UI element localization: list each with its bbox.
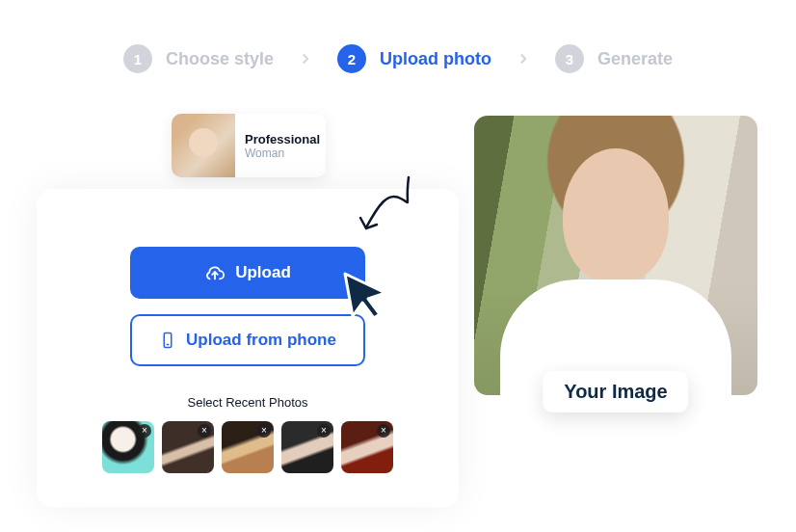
step-1-number: 1 [123, 44, 152, 73]
recent-photos-row: × × × × × [102, 421, 393, 473]
recent-photo-thumbnail[interactable]: × [222, 421, 274, 473]
chevron-right-icon [297, 50, 314, 67]
recent-photo-thumbnail[interactable]: × [102, 421, 154, 473]
step-1[interactable]: 1 Choose style [123, 44, 274, 73]
close-icon[interactable]: × [317, 424, 331, 438]
recent-photo-thumbnail[interactable]: × [341, 421, 393, 473]
recent-photo-thumbnail[interactable]: × [281, 421, 333, 473]
stepper: 1 Choose style 2 Upload photo 3 Generate [0, 0, 796, 73]
step-2-label: Upload photo [380, 49, 491, 69]
step-3[interactable]: 3 Generate [555, 44, 673, 73]
step-3-number: 3 [555, 44, 584, 73]
upload-from-phone-label: Upload from phone [186, 331, 336, 350]
upload-panel: Upload Upload from phone Select Recent P… [37, 189, 459, 507]
upload-button[interactable]: Upload [130, 247, 365, 299]
step-2[interactable]: 2 Upload photo [337, 44, 491, 73]
upload-button-label: Upload [235, 263, 291, 282]
close-icon[interactable]: × [198, 424, 211, 438]
close-icon[interactable]: × [377, 424, 390, 438]
style-text: Professional Woman [235, 132, 320, 160]
phone-icon [159, 332, 176, 349]
preview-image: Your Image [474, 116, 757, 395]
recent-photo-thumbnail[interactable]: × [162, 421, 214, 473]
cloud-upload-icon [204, 262, 226, 283]
preview-photo [474, 116, 757, 395]
step-2-number: 2 [337, 44, 366, 73]
close-icon[interactable]: × [257, 424, 271, 438]
preview-badge: Your Image [543, 371, 688, 412]
upload-from-phone-button[interactable]: Upload from phone [130, 314, 365, 366]
chevron-right-icon [515, 50, 532, 67]
style-title: Professional [245, 132, 320, 146]
style-thumbnail [172, 114, 235, 177]
step-3-label: Generate [597, 49, 673, 69]
style-subtitle: Woman [245, 146, 320, 160]
step-1-label: Choose style [166, 49, 274, 69]
selected-style-card[interactable]: Professional Woman [172, 114, 326, 177]
recent-photos-label: Select Recent Photos [187, 395, 307, 410]
close-icon[interactable]: × [138, 424, 151, 438]
